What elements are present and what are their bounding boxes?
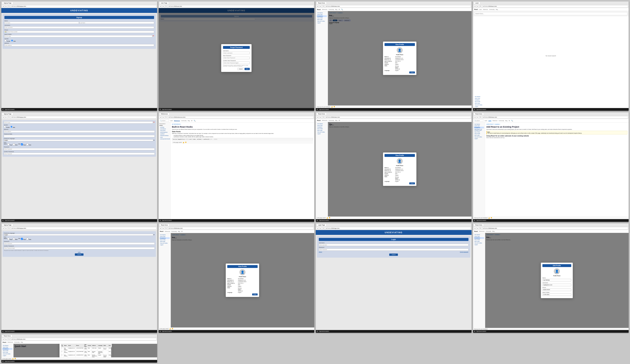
- back-btn-8[interactable]: ◂: [474, 116, 476, 118]
- female-radio[interactable]: Female: [4, 40, 10, 42]
- hook-useDeferredValue[interactable]: useDeferredValue: [160, 135, 170, 136]
- url-bar-4[interactable]: [482, 5, 628, 7]
- forward-btn-7[interactable]: ▸: [319, 116, 322, 118]
- address-input[interactable]: [4, 44, 154, 46]
- edit-username-input[interactable]: [542, 284, 571, 286]
- search-taskbar-7[interactable]: Type here to search: [319, 220, 329, 221]
- hook-useId[interactable]: useId: [160, 136, 170, 138]
- back-btn-7[interactable]: ◂: [316, 116, 319, 118]
- sidebar-installation-13[interactable]: Installation: [2, 348, 12, 350]
- hook-useCallback[interactable]: useCallback: [160, 128, 170, 130]
- start-btn-10[interactable]: ⊞: [159, 331, 161, 332]
- sidebar-installation-12[interactable]: Installation: [474, 237, 484, 239]
- login-username-input[interactable]: [319, 244, 468, 246]
- sidebar-view-profile-8[interactable]: View Profile: [474, 133, 484, 134]
- dob-partial-input[interactable]: [4, 121, 153, 123]
- forward-btn-8[interactable]: ▸: [476, 116, 479, 118]
- tab-8[interactable]: React Docs: [474, 113, 484, 115]
- forward-btn-1[interactable]: ▸: [5, 5, 7, 7]
- sidebar-logout-10[interactable]: Logout: [160, 244, 170, 246]
- refresh-btn-8[interactable]: ↻: [480, 116, 482, 118]
- last-name-input[interactable]: [80, 22, 154, 24]
- user-read[interactable]: Read: [21, 143, 26, 145]
- url-bar-5[interactable]: [11, 116, 156, 118]
- thumbup-10[interactable]: 👍: [169, 328, 171, 330]
- sidebar-new-profile-13[interactable]: New Profile: [2, 350, 12, 352]
- modal-newpwd-input[interactable]: [223, 57, 250, 59]
- start-btn-6[interactable]: ⊞: [159, 220, 161, 221]
- refresh-btn-3[interactable]: ↻: [322, 5, 324, 7]
- hook-useState[interactable]: useState: [160, 126, 170, 128]
- forward-btn-9[interactable]: ▸: [5, 227, 7, 229]
- sidebar-new-profile-8[interactable]: New Profile: [474, 131, 484, 133]
- sidebar-new-profile-10[interactable]: New Profile: [160, 239, 170, 241]
- address-partial-input[interactable]: [4, 130, 155, 133]
- dob-input[interactable]: [4, 35, 152, 37]
- sidebar-quick-start-10[interactable]: Quick Start: [160, 236, 170, 237]
- refresh-btn-6[interactable]: ↻: [165, 116, 168, 118]
- lang-dropdown-icon[interactable]: ▼: [154, 140, 155, 141]
- back-btn-11[interactable]: ◂: [316, 227, 319, 229]
- reference-tab-6[interactable]: Reference: [174, 120, 180, 121]
- sidebar-add-react-8[interactable]: Add React to an Existing Project: [474, 128, 484, 131]
- hook-useEffect[interactable]: useEffect: [160, 133, 170, 135]
- save-button[interactable]: Save: [244, 68, 250, 70]
- male-radio-5[interactable]: Male: [10, 126, 15, 128]
- hook-useContext[interactable]: useContext: [160, 130, 170, 131]
- admin-read[interactable]: Read: [8, 143, 12, 145]
- url-bar-12[interactable]: [482, 227, 628, 229]
- forward-btn-13[interactable]: ▸: [5, 338, 7, 340]
- signup-link[interactable]: Signup: [319, 251, 322, 253]
- forward-btn-3[interactable]: ▸: [319, 5, 322, 7]
- search-taskbar-11[interactable]: Type here to search: [319, 331, 329, 332]
- sidebar-quick-start-12[interactable]: Quick Start: [474, 236, 484, 237]
- url-bar-7[interactable]: [325, 116, 471, 118]
- learn-tab-8[interactable]: Learn: [488, 120, 491, 121]
- refresh-btn-13[interactable]: ↻: [8, 338, 10, 340]
- sidebar-get-started-13[interactable]: Get Started: [2, 345, 12, 347]
- start-btn-1[interactable]: ⊞: [2, 109, 4, 110]
- user-lower-write[interactable]: Write: [26, 238, 31, 240]
- sidebar-view-all[interactable]: View All Profiles: [317, 20, 327, 22]
- search-taskbar-1[interactable]: Type here to search: [4, 109, 15, 110]
- back-btn-2[interactable]: ◂: [159, 5, 162, 7]
- thumbup-6[interactable]: 👍: [182, 142, 184, 143]
- url-bar-8[interactable]: [482, 116, 628, 118]
- user-lower-read[interactable]: Read: [21, 238, 26, 240]
- login-password-input[interactable]: [319, 249, 468, 251]
- back-btn-12[interactable]: ◂: [474, 227, 476, 229]
- admin-write[interactable]: Write: [13, 143, 18, 145]
- search-taskbar-8[interactable]: Type here to search: [476, 220, 486, 221]
- start-btn-13[interactable]: ⊞: [2, 361, 4, 362]
- close-btn-7[interactable]: Close: [409, 182, 415, 184]
- sidebar-installation[interactable]: Installation: [317, 15, 327, 17]
- user-write[interactable]: Write: [26, 143, 31, 145]
- tab-7[interactable]: React Docs: [317, 113, 326, 115]
- start-btn-3[interactable]: ⊞: [316, 109, 318, 110]
- search-input[interactable]: [474, 12, 628, 15]
- sidebar-get-started[interactable]: Get Started: [317, 12, 327, 14]
- sidebar-view-all-13[interactable]: View All Profiles: [2, 353, 12, 355]
- password-partial-input[interactable]: [4, 148, 155, 150]
- edit-dob-input[interactable]: [542, 294, 571, 296]
- login-submit-btn[interactable]: Submit: [389, 254, 398, 256]
- male-radio[interactable]: Male: [11, 40, 16, 42]
- thumbdown-3[interactable]: 👎: [333, 106, 335, 108]
- password-lower-input[interactable]: [4, 243, 155, 245]
- sidebar-get-started-10[interactable]: Get Started: [160, 234, 170, 236]
- refresh-btn-12[interactable]: ↻: [480, 227, 482, 229]
- refresh-btn-1[interactable]: ↻: [8, 5, 10, 7]
- sidebar-logout-7[interactable]: Logout: [317, 133, 327, 135]
- tab-1[interactable]: Signup Page: [2, 2, 13, 4]
- url-bar-3[interactable]: [325, 5, 471, 7]
- tab-13[interactable]: React Docs: [2, 335, 12, 337]
- thumbdown-13[interactable]: 👎: [14, 358, 16, 360]
- back-btn-3[interactable]: ◂: [316, 5, 319, 7]
- profile-close-btn[interactable]: Close: [409, 71, 415, 73]
- phone-input[interactable]: [7, 31, 154, 33]
- search-taskbar-5[interactable]: Type here to search: [4, 220, 15, 221]
- sidebar-view-all-7[interactable]: View All Profiles: [317, 131, 327, 133]
- sidebar-edit-profile[interactable]: Edit Profile: [317, 19, 327, 20]
- tab-2[interactable]: User Page: [160, 2, 169, 4]
- thumbup-3[interactable]: 👍: [331, 106, 333, 108]
